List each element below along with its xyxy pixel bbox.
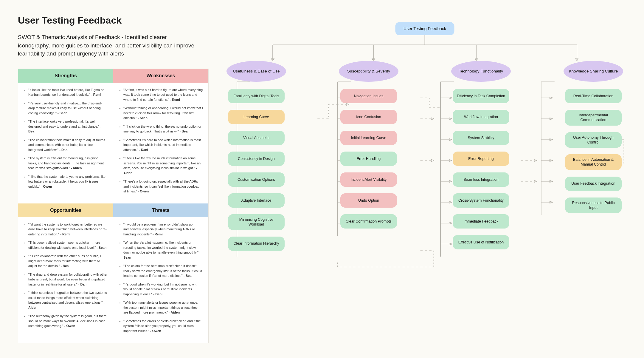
diagram-theme-column: Real-Time CollaborationInterdepartmental…	[564, 89, 623, 251]
diagram-theme-node: Familiarity with Digital Tools	[228, 89, 285, 103]
swot-quote-author: - Remi	[60, 232, 70, 236]
swot-quote-author: - Owen	[41, 185, 52, 188]
swot-quote-item: "It's good when it's working, but I'm no…	[123, 282, 203, 297]
swot-quote-text: "I like that the system alerts you to an…	[28, 175, 105, 188]
swot-quote-text: "With too many alerts or issues popping …	[123, 301, 198, 314]
swot-opportunities-body: "I'd want the systems to work together b…	[18, 217, 113, 343]
swot-quote-author: - Remi	[153, 232, 163, 236]
swot-quote-item: "This decentralised system seems quicker…	[28, 240, 108, 250]
swot-quote-author: - Dani	[59, 148, 69, 152]
diagram-theme-node: Effective Use of Notification	[453, 235, 509, 249]
swot-quote-item: "If I click on the wrong thing, there's …	[123, 124, 203, 134]
right-column: User Testing Feedback Usefulness & Ease …	[224, 15, 626, 343]
swot-quote-author: - Bea	[184, 274, 192, 277]
diagram-theme-node: Error Reporting	[453, 152, 509, 166]
swot-threats-header: Threats	[113, 203, 208, 217]
diagram-theme-node: Balance in Automation & Manual Control	[565, 154, 622, 170]
swot-quote-item: "It's very user-friendly and intuitive… …	[28, 101, 108, 116]
swot-quote-author: - Owen	[64, 324, 75, 328]
swot-quote-text: "This decentralised system seems quicker…	[28, 241, 100, 249]
swot-quote-item: "Sometimes the errors or alerts aren't c…	[123, 319, 203, 334]
swot-quote-item: "If I can collaborate with the other hub…	[28, 254, 108, 268]
page-title: User Testing Feedback	[18, 15, 209, 26]
swot-quote-item: "I think seamless integration between th…	[28, 290, 108, 310]
swot-quote-text: "It feels like there's too much informat…	[123, 156, 201, 170]
diagram-theme-node: Responsiveness to Public Input	[565, 197, 622, 213]
diagram-theme-node: Immediate Feedback	[453, 214, 509, 229]
diagram-theme-node: System Stability	[453, 131, 509, 145]
diagram-theme-node: Clear Information Hierarchy	[228, 237, 285, 251]
swot-quote-item: "At first, it was a bit hard to figure o…	[123, 87, 203, 102]
swot-quote-item: "I like that the system alerts you to an…	[28, 174, 108, 189]
diagram-theme-node: Customisation Options	[228, 172, 285, 187]
diagram-theme-node: Real-Time Collaboration	[565, 89, 622, 103]
swot-quote-text: "When there's a lot happening, like inci…	[123, 241, 199, 254]
swot-quote-item: "When there's a lot happening, like inci…	[123, 240, 203, 260]
swot-quote-author: - Dani	[153, 292, 163, 296]
page-subtitle: SWOT & Thematic Analysis of Feedback - I…	[18, 33, 197, 58]
swot-quote-text: "Without training or onboarding, I would…	[123, 106, 203, 120]
diagram-theme-node: Initial Learning Curve	[340, 131, 397, 145]
diagram-root-node: User Testing Feedback	[395, 22, 454, 35]
swot-quote-text: "If I click on the wrong thing, there's …	[123, 125, 201, 133]
swot-quote-author: - Remi	[170, 98, 180, 101]
thematic-diagram: User Testing Feedback Usefulness & Ease …	[224, 15, 626, 271]
swot-quote-item: "It would be a problem if an error didn'…	[123, 222, 203, 237]
diagram-theme-node: Learning Curve	[228, 110, 285, 124]
swot-quote-text: "Sometimes it's hard to see which inform…	[123, 138, 201, 152]
diagram-category-node: Knowledge Sharing Culture	[564, 61, 623, 82]
swot-strengths: Strengths "It looks like the tools I've …	[18, 69, 113, 203]
swot-quote-text: "At first, it was a bit hard to figure o…	[123, 88, 203, 101]
diagram-theme-node: Clear Confirmation Prompts	[340, 214, 397, 229]
swot-quote-item: "The autonomy given by the system is goo…	[28, 314, 108, 328]
swot-weaknesses: Weaknesses "At first, it was a bit hard …	[113, 69, 208, 203]
swot-quote-author: - Dani	[139, 148, 148, 152]
swot-quote-text: "Sometimes the errors or alerts aren't c…	[123, 319, 201, 333]
diagram-category-node: Usefulness & Ease of Use	[226, 61, 286, 82]
swot-quote-author: - Owen	[138, 189, 149, 193]
swot-quote-text: "The interface looks very professional. …	[28, 120, 100, 128]
diagram-theme-node: Icon Confusion	[340, 110, 397, 124]
diagram-theme-column: Navigation IssuesIcon ConfusionInitial L…	[339, 89, 398, 251]
swot-quote-item: "The drag-and-drop system for collaborat…	[28, 272, 108, 287]
diagram-theme-node: Error Handling	[340, 152, 397, 166]
diagram-theme-node: Adaptive Interface	[228, 193, 285, 208]
swot-quote-item: "The system is efficient for monitoring,…	[28, 156, 108, 171]
swot-quote-author: - Bea	[60, 264, 69, 268]
swot-quote-item: "With too many alerts or issues popping …	[123, 300, 203, 315]
swot-threats-body: "It would be a problem if an error didn'…	[113, 217, 208, 343]
diagram-theme-node: Cross-System Functionality	[453, 193, 509, 208]
swot-quote-item: "The colors for the heat map aren't clea…	[123, 263, 203, 278]
swot-quote-item: "The interface looks very professional. …	[28, 119, 108, 134]
swot-quote-author: - Aiden	[71, 166, 82, 170]
swot-threats: Threats "It would be a problem if an err…	[113, 203, 208, 343]
diagram-theme-node: Minimising Cognitive Workload	[228, 214, 285, 230]
swot-opportunities: Opportunities "I'd want the systems to w…	[18, 203, 113, 343]
diagram-theme-node: Undo Option	[340, 193, 397, 208]
diagram-theme-node: Workflow Integration	[453, 110, 509, 124]
swot-strengths-header: Strengths	[18, 69, 113, 83]
swot-weaknesses-header: Weaknesses	[113, 69, 208, 83]
swot-quote-author: - Remi	[91, 93, 101, 96]
diagram-theme-node: User Feedback Integration	[565, 177, 622, 191]
swot-quote-item: "Sometimes it's hard to see which inform…	[123, 138, 203, 152]
swot-quote-text: "The system is efficient for monitoring,…	[28, 156, 104, 170]
swot-opportunities-header: Opportunities	[18, 203, 113, 217]
swot-quote-author: - Sean	[138, 116, 148, 120]
swot-quote-text: "I think seamless integration between th…	[28, 291, 107, 304]
swot-quote-text: "The drag-and-drop system for collaborat…	[28, 273, 108, 286]
diagram-theme-node: Interdepartmental Communication	[565, 110, 622, 126]
swot-quote-author: - Aiden	[169, 311, 180, 314]
diagram-theme-columns: Familiarity with Digital ToolsLearning C…	[224, 89, 626, 251]
swot-strengths-body: "It looks like the tools I've used befor…	[18, 83, 113, 203]
swot-quote-item: "There's a lot going on, especially with…	[123, 179, 203, 194]
swot-quote-author: - Owen	[150, 329, 161, 333]
swot-quote-author: - Sean	[97, 246, 106, 249]
swot-quote-text: "There's a lot going on, especially with…	[123, 180, 199, 193]
diagram-theme-node: User Autonomy Through Control	[565, 132, 622, 148]
left-column: User Testing Feedback SWOT & Thematic An…	[18, 15, 209, 343]
swot-quote-author: - Sean	[58, 111, 67, 115]
swot-quote-item: "It feels like there's too much informat…	[123, 156, 203, 175]
diagram-category-node: Technology Functionality	[451, 61, 511, 82]
swot-quote-author: - Bea	[179, 129, 187, 133]
